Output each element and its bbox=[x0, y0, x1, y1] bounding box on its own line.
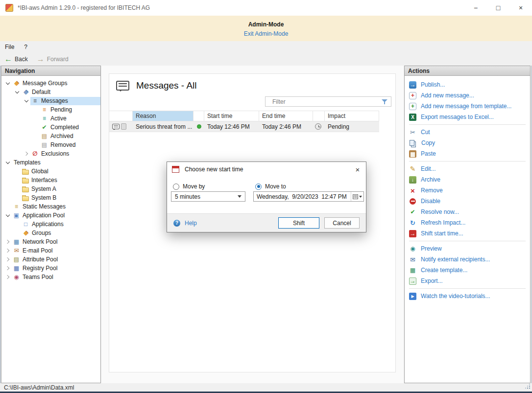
datetime-dropdown-button[interactable] bbox=[351, 192, 363, 201]
table-row[interactable]: Serious threat from ...Today 12:46 PMTod… bbox=[109, 121, 379, 132]
tree-item-global[interactable]: Global bbox=[1, 167, 100, 176]
tree-item-e-mail-pool[interactable]: E-mail Pool bbox=[1, 246, 100, 255]
tree-item-completed[interactable]: Completed bbox=[1, 123, 100, 132]
edit-action[interactable]: Edit... bbox=[405, 163, 530, 174]
move-to-radio[interactable] bbox=[255, 184, 262, 190]
chevron-down-icon[interactable] bbox=[23, 97, 30, 104]
tree-item-templates[interactable]: Templates bbox=[1, 158, 100, 167]
chevron-right-icon[interactable] bbox=[4, 238, 12, 245]
add-new-message-action[interactable]: Add new message... bbox=[405, 90, 530, 101]
minimize-button[interactable]: − bbox=[464, 0, 487, 16]
tree-item-interfaces[interactable]: Interfaces bbox=[1, 176, 100, 185]
navigation-tree: Message GroupsDefaultMessagesPendingActi… bbox=[1, 76, 100, 281]
action-label: Export... bbox=[421, 277, 443, 284]
menu-file[interactable]: File bbox=[0, 42, 19, 52]
notify-external-recipients-action[interactable]: Notify external recipients... bbox=[405, 254, 530, 265]
move-to-radio-group[interactable]: Move to bbox=[255, 183, 286, 190]
datetime-picker[interactable]: Wednesday, 9/20/2023 12:47 PM bbox=[253, 191, 364, 202]
reason-column-header[interactable]: Reason bbox=[133, 111, 193, 121]
impact-column-header[interactable]: Impact bbox=[325, 111, 379, 121]
create-template-action[interactable]: Create template... bbox=[405, 265, 530, 276]
watch-the-video-tutorials-action[interactable]: Watch the video-tutorials... bbox=[405, 291, 530, 301]
menu-help[interactable]: ? bbox=[19, 42, 32, 52]
resolve-now-action[interactable]: Resolve now... bbox=[405, 207, 530, 217]
tree-item-teams-pool[interactable]: Teams Pool bbox=[1, 273, 100, 281]
table-header-row: Reason Start time End time Impact bbox=[109, 111, 379, 121]
tree-item-application-pool[interactable]: Application Pool bbox=[1, 211, 100, 220]
chevron-right-icon[interactable] bbox=[4, 274, 12, 280]
publish-action[interactable]: Publish... bbox=[405, 79, 530, 90]
back-button[interactable]: ← Back bbox=[0, 53, 32, 66]
active-icon bbox=[41, 115, 48, 122]
tree-item-label: Default bbox=[32, 89, 50, 95]
shift-button[interactable]: Shift bbox=[278, 217, 319, 229]
tree-item-active[interactable]: Active bbox=[1, 114, 100, 123]
dialog-close-button[interactable]: × bbox=[349, 162, 366, 177]
tree-item-exclusions[interactable]: Exclusions bbox=[1, 149, 100, 158]
forward-button[interactable]: → Forward bbox=[32, 53, 73, 66]
tree-item-system-a[interactable]: System A bbox=[1, 185, 100, 193]
tree-item-archived[interactable]: Archived bbox=[1, 132, 100, 140]
tree-item-registry-pool[interactable]: Registry Pool bbox=[1, 264, 100, 273]
archive-action[interactable]: Archive bbox=[405, 174, 530, 185]
teams-pool-icon bbox=[13, 274, 20, 281]
chevron-down-icon[interactable] bbox=[14, 89, 21, 95]
disable-action[interactable]: Disable bbox=[405, 196, 530, 207]
tree-item-removed[interactable]: Removed bbox=[1, 140, 100, 149]
chevron-right-icon[interactable] bbox=[4, 265, 12, 272]
refresh-impact-action[interactable]: Refresh Impact... bbox=[405, 217, 530, 228]
page-title: Messages - All bbox=[136, 80, 197, 91]
help-label: Help bbox=[185, 220, 197, 227]
tree-item-messages[interactable]: Messages bbox=[1, 96, 100, 105]
maximize-button[interactable]: □ bbox=[487, 0, 509, 16]
tree-item-label: Network Pool bbox=[23, 238, 57, 245]
chevron-down-icon[interactable] bbox=[4, 159, 12, 166]
action-label: Preview bbox=[421, 245, 442, 252]
add-new-message-from-template-action[interactable]: Add new message from template... bbox=[405, 101, 530, 112]
tree-item-label: Teams Pool bbox=[23, 274, 53, 280]
resize-grip[interactable] bbox=[525, 383, 530, 389]
export-action[interactable]: Export... bbox=[405, 276, 530, 286]
help-link[interactable]: Help bbox=[173, 220, 197, 227]
chevron-right-icon[interactable] bbox=[23, 150, 30, 157]
chevron-right-icon[interactable] bbox=[4, 247, 12, 254]
impact-icon-column-header bbox=[313, 111, 325, 121]
tree-item-applications[interactable]: Applications bbox=[1, 220, 100, 229]
filter-input[interactable]: Filter bbox=[265, 96, 391, 107]
action-label: Shift start time... bbox=[421, 230, 463, 237]
tree-item-pending[interactable]: Pending bbox=[1, 105, 100, 114]
shift-start-time-action[interactable]: Shift start time... bbox=[405, 228, 530, 239]
remove-action[interactable]: Remove bbox=[405, 185, 530, 196]
messages-table: Reason Start time End time Impact Seriou… bbox=[109, 111, 379, 132]
video-icon bbox=[409, 293, 416, 300]
help-icon bbox=[173, 220, 180, 227]
move-by-radio[interactable] bbox=[173, 184, 179, 190]
tree-item-system-b[interactable]: System B bbox=[1, 193, 100, 202]
copy-action[interactable]: Copy bbox=[405, 138, 530, 148]
end-time-column-header[interactable]: End time bbox=[259, 111, 313, 121]
tree-item-default[interactable]: Default bbox=[1, 88, 100, 96]
chevron-down-icon[interactable] bbox=[4, 212, 12, 219]
export-messages-to-excel-action[interactable]: Export messages to Excel... bbox=[405, 112, 530, 122]
close-button[interactable]: × bbox=[509, 0, 532, 16]
cut-action[interactable]: Cut bbox=[405, 127, 530, 138]
clock-icon bbox=[315, 123, 321, 130]
tree-item-network-pool[interactable]: Network Pool bbox=[1, 237, 100, 246]
start-time-column-header[interactable]: Start time bbox=[204, 111, 259, 121]
move-by-radio-group[interactable]: Move by bbox=[173, 183, 205, 190]
preview-action[interactable]: Preview bbox=[405, 243, 530, 254]
removed-icon bbox=[41, 141, 48, 149]
paste-action[interactable]: Paste bbox=[405, 148, 530, 159]
chevron-down-icon[interactable] bbox=[4, 80, 12, 87]
exit-admin-mode-link[interactable]: Exit Admin-Mode bbox=[244, 30, 289, 37]
calendar-icon bbox=[172, 166, 179, 173]
preview-icon bbox=[409, 245, 416, 253]
tree-item-message-groups[interactable]: Message Groups bbox=[1, 79, 100, 88]
tree-item-attribute-pool[interactable]: Attribute Pool bbox=[1, 255, 100, 264]
archive-icon bbox=[409, 176, 416, 184]
tree-item-groups[interactable]: Groups bbox=[1, 229, 100, 237]
chevron-right-icon[interactable] bbox=[4, 256, 12, 263]
tree-item-static-messages[interactable]: Static Messages bbox=[1, 202, 100, 211]
duration-select[interactable]: 5 minutes bbox=[171, 191, 245, 202]
cancel-button[interactable]: Cancel bbox=[324, 217, 360, 229]
